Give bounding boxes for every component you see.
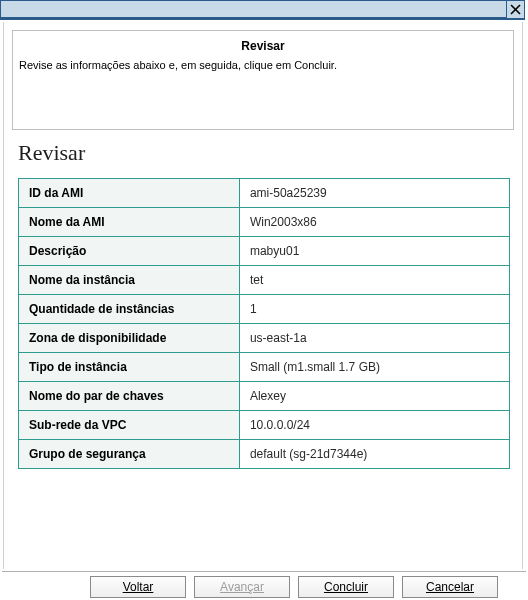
wizard-title: Revisar [19,39,507,53]
review-label: Nome da instância [19,266,240,295]
table-row: Tipo de instânciaSmall (m1.small 1.7 GB) [19,353,510,382]
table-row: Nome do par de chavesAlexey [19,382,510,411]
dialog-titlebar [0,0,525,18]
review-label: Grupo de segurança [19,440,240,469]
close-button[interactable] [506,1,524,18]
review-label: Nome do par de chaves [19,382,240,411]
cancel-label: Cancelar [426,580,474,594]
review-value: us-east-1a [239,324,509,353]
button-separator [2,571,526,572]
review-value: Alexey [239,382,509,411]
review-label: Descrição [19,237,240,266]
back-label: Voltar [123,580,154,594]
review-value: 10.0.0.0/24 [239,411,509,440]
review-value: ami-50a25239 [239,179,509,208]
finish-button[interactable]: Concluir [298,576,394,598]
section-title: Revisar [18,140,508,166]
review-table: ID da AMIami-50a25239 Nome da AMIWin2003… [18,178,510,469]
back-button[interactable]: Voltar [90,576,186,598]
table-row: Zona de disponibilidadeus-east-1a [19,324,510,353]
review-label: Nome da AMI [19,208,240,237]
wizard-button-row: Voltar Avançar Concluir Cancelar [0,574,526,600]
review-label: ID da AMI [19,179,240,208]
review-section: Revisar ID da AMIami-50a25239 Nome da AM… [4,130,522,469]
review-value: default (sg-21d7344e) [239,440,509,469]
table-row: Descriçãomabyu01 [19,237,510,266]
wizard-description: Revise as informações abaixo e, em segui… [19,59,507,71]
table-row: Quantidade de instâncias1 [19,295,510,324]
next-label: Avançar [220,580,264,594]
next-button: Avançar [194,576,290,598]
table-row: ID da AMIami-50a25239 [19,179,510,208]
review-label: Tipo de instância [19,353,240,382]
review-value: 1 [239,295,509,324]
finish-label: Concluir [324,580,368,594]
review-label: Zona de disponibilidade [19,324,240,353]
dialog-content: Revisar Revise as informações abaixo e, … [3,22,523,569]
review-value: mabyu01 [239,237,509,266]
table-row: Nome da instânciatet [19,266,510,295]
review-label: Quantidade de instâncias [19,295,240,324]
table-row: Grupo de segurançadefault (sg-21d7344e) [19,440,510,469]
cancel-button[interactable]: Cancelar [402,576,498,598]
review-label: Sub-rede da VPC [19,411,240,440]
table-row: Nome da AMIWin2003x86 [19,208,510,237]
review-value: Win2003x86 [239,208,509,237]
titlebar-underline [0,18,525,20]
table-row: Sub-rede da VPC10.0.0.0/24 [19,411,510,440]
wizard-header: Revisar Revise as informações abaixo e, … [12,30,514,130]
review-value: tet [239,266,509,295]
review-value: Small (m1.small 1.7 GB) [239,353,509,382]
close-icon [510,4,521,15]
